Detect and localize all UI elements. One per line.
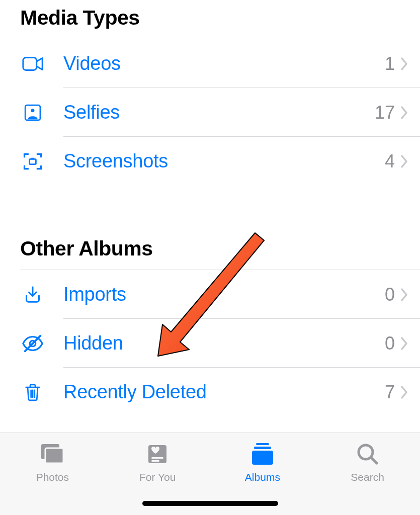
row-selfies[interactable]: Selfies 17 [0,88,420,137]
svg-rect-3 [30,159,36,164]
hidden-icon [20,331,45,356]
svg-rect-16 [256,443,269,445]
row-label: Hidden [63,332,385,354]
tab-photos[interactable]: Photos [0,440,105,515]
foryou-tab-icon [142,440,173,468]
row-imports[interactable]: Imports 0 [0,270,420,319]
albums-tab-icon [247,440,278,468]
row-count: 1 [385,53,395,74]
svg-rect-14 [151,457,163,459]
import-icon [20,282,45,307]
section-other-albums: Other Albums Imports 0 [0,231,420,416]
chevron-right-icon [398,103,411,123]
row-label: Selfies [63,102,375,123]
tab-search[interactable]: Search [315,440,420,515]
row-screenshots[interactable]: Screenshots 4 [0,137,420,186]
row-label: Screenshots [63,150,385,172]
row-label: Imports [63,284,385,305]
svg-point-2 [31,109,35,112]
row-count: 0 [385,284,395,305]
section-media-types: Media Types Videos 1 [0,0,420,186]
tab-label: Albums [245,471,280,483]
home-indicator[interactable] [142,501,278,506]
row-count: 4 [385,151,395,172]
row-label: Recently Deleted [63,381,385,403]
photos-tab-icon [37,440,67,468]
row-count: 0 [385,333,395,354]
chevron-right-icon [398,382,411,402]
row-count: 7 [385,382,395,403]
chevron-right-icon [398,333,411,354]
row-recently-deleted[interactable]: Recently Deleted 7 [0,368,420,416]
section-title: Media Types [0,0,420,39]
row-label: Videos [63,53,385,74]
svg-rect-12 [45,448,63,463]
trash-icon [20,380,45,405]
svg-rect-18 [252,451,273,465]
chevron-right-icon [398,54,411,74]
svg-rect-17 [254,447,271,449]
search-tab-icon [353,440,383,468]
svg-rect-15 [151,460,159,462]
tab-bar: Photos For You Albums [0,433,420,515]
svg-rect-4 [31,157,34,159]
video-icon [20,51,45,76]
row-hidden[interactable]: Hidden 0 [0,319,420,368]
chevron-right-icon [398,151,411,171]
svg-rect-0 [23,57,37,70]
selfie-icon [20,100,45,125]
svg-line-20 [371,458,377,463]
row-videos[interactable]: Videos 1 [0,39,420,88]
screenshot-icon [20,149,45,174]
section-title: Other Albums [0,231,420,270]
tab-label: For You [139,471,176,483]
chevron-right-icon [398,285,411,305]
tab-label: Photos [36,471,69,483]
row-count: 17 [375,102,395,123]
tab-label: Search [351,471,384,483]
